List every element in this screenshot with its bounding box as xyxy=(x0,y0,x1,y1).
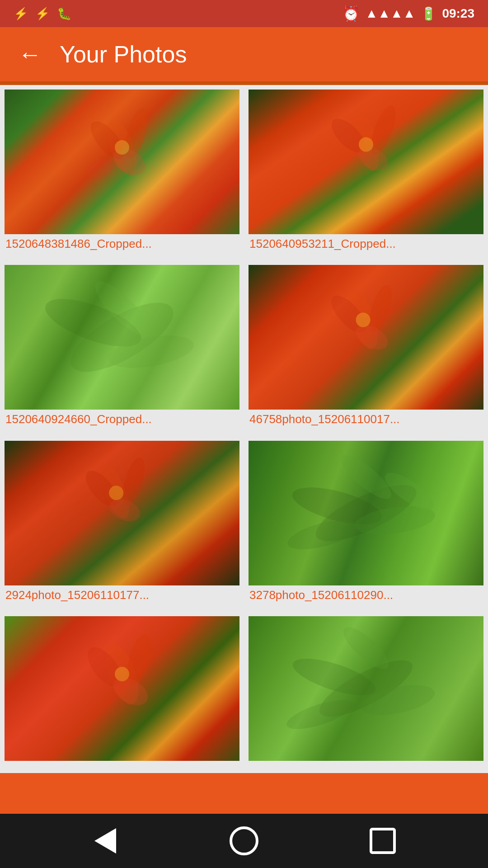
photo-grid: 1520648381486_Cropped... 1520640953211_C… xyxy=(0,85,488,773)
photo-thumbnail xyxy=(249,616,483,761)
list-item[interactable]: 46758photo_15206110017... xyxy=(244,260,488,436)
battery-icon: 🔋 xyxy=(421,6,436,21)
photo-thumbnail xyxy=(249,265,483,410)
page-title: Your Photos xyxy=(60,41,187,68)
photo-label: 1520648381486_Cropped... xyxy=(5,234,239,253)
list-item[interactable]: 2924photo_15206110177... xyxy=(0,436,244,612)
photo-thumbnail xyxy=(249,90,483,234)
nav-back-button[interactable] xyxy=(87,823,123,859)
bottom-bar xyxy=(0,773,488,814)
signal-icon: ▲▲▲▲ xyxy=(366,6,416,21)
photo-label: 46758photo_15206110017... xyxy=(249,410,483,428)
photo-label xyxy=(5,761,239,765)
photo-label: 1520640953211_Cropped... xyxy=(249,234,483,253)
list-item[interactable] xyxy=(244,612,488,773)
svg-point-10 xyxy=(359,137,373,152)
photo-label: 3278photo_15206110290... xyxy=(249,585,483,604)
photo-thumbnail xyxy=(5,616,239,761)
photo-label xyxy=(249,761,483,765)
photo-thumbnail xyxy=(5,265,239,410)
svg-point-24 xyxy=(109,486,123,500)
list-item[interactable]: 3278photo_15206110290... xyxy=(244,436,488,612)
svg-point-19 xyxy=(356,313,371,327)
nav-recents-button[interactable] xyxy=(365,823,401,859)
alarm-icon: ⏰ xyxy=(342,5,360,22)
photo-label: 2924photo_15206110177... xyxy=(5,585,239,604)
top-border xyxy=(0,81,488,85)
bug-icon: 🐛 xyxy=(57,7,71,21)
photo-thumbnail xyxy=(249,441,483,585)
photo-label: 1520640924660_Cropped... xyxy=(5,410,239,428)
svg-point-5 xyxy=(115,140,129,155)
app-bar: ← Your Photos xyxy=(0,27,488,81)
photo-thumbnail xyxy=(5,441,239,585)
list-item[interactable] xyxy=(0,612,244,773)
svg-point-39 xyxy=(338,621,394,675)
list-item[interactable]: 1520640953211_Cropped... xyxy=(244,85,488,260)
status-icons-right: ⏰ ▲▲▲▲ 🔋 09:23 xyxy=(342,5,474,22)
usb-icon: ⚡ xyxy=(14,7,28,21)
usb2-icon: ⚡ xyxy=(35,7,50,21)
nav-home-button[interactable] xyxy=(226,823,262,859)
back-button[interactable]: ← xyxy=(18,42,42,66)
svg-point-40 xyxy=(284,694,356,735)
list-item[interactable]: 1520648381486_Cropped... xyxy=(0,85,244,260)
status-icons-left: ⚡ ⚡ 🐛 xyxy=(14,7,71,21)
svg-point-35 xyxy=(115,667,129,681)
svg-point-4 xyxy=(84,155,117,183)
navigation-bar xyxy=(0,814,488,868)
time-display: 09:23 xyxy=(442,6,474,21)
status-bar: ⚡ ⚡ 🐛 ⏰ ▲▲▲▲ 🔋 09:23 xyxy=(0,0,488,27)
list-item[interactable]: 1520640924660_Cropped... xyxy=(0,260,244,436)
photo-thumbnail xyxy=(5,90,239,234)
